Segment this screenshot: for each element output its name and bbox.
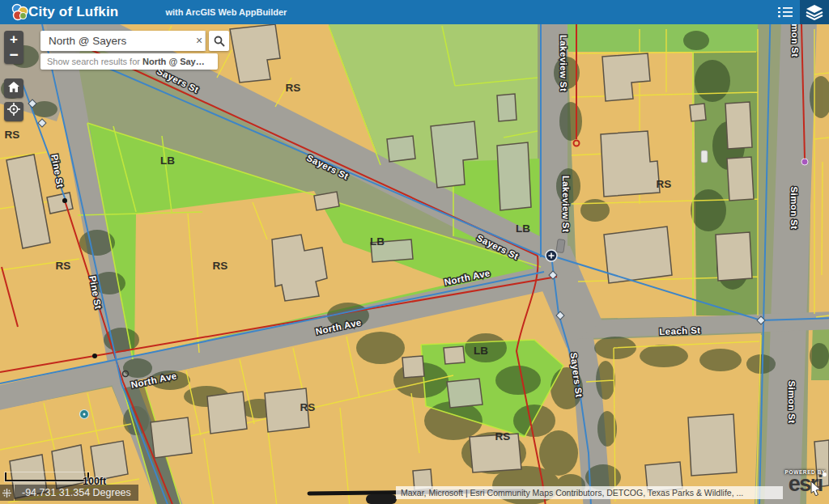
black-dot-marker: [62, 198, 67, 203]
suggestion-prefix: Show search results for: [47, 57, 142, 66]
mouse-cursor-icon: [810, 481, 822, 496]
city-logo-icon: [10, 3, 29, 21]
street-label: Simon St: [787, 380, 797, 423]
zoom-in-button[interactable]: +: [4, 31, 23, 48]
zone-label: LB: [516, 222, 530, 235]
clear-search-icon[interactable]: ×: [193, 31, 206, 51]
locate-button[interactable]: [4, 102, 23, 121]
zoom-out-button[interactable]: −: [4, 48, 23, 64]
home-button[interactable]: [4, 78, 23, 98]
attribution-text: Maxar, Microsoft | Esri Community Maps C…: [401, 488, 743, 498]
search-box: ×: [40, 31, 206, 51]
street-label: Simon St: [789, 186, 799, 229]
zone-label: RS: [495, 430, 511, 443]
zone-label: LB: [474, 345, 488, 357]
coordinate-widget: -94.731 31.354 Degrees: [0, 485, 138, 501]
street-label: Lakeview St: [561, 176, 571, 232]
scale-bar-line: [5, 472, 89, 481]
zone-label: LB: [160, 155, 175, 167]
valve-teal-marker: [80, 410, 89, 419]
car: [556, 239, 565, 253]
zone-label: RS: [213, 260, 228, 272]
zone-label: RS: [5, 129, 20, 141]
search-input[interactable]: [47, 32, 193, 50]
street-label: Leach St: [659, 325, 701, 337]
zone-label: RS: [300, 401, 316, 413]
layers-button[interactable]: [800, 0, 829, 24]
search-button[interactable]: [209, 31, 229, 51]
app-subtitle: with ArcGIS Web AppBuilder: [165, 7, 287, 17]
zone-label: LB: [370, 235, 385, 248]
black-dot-marker: [92, 354, 97, 358]
suggestion-query: North @ Say…: [142, 57, 205, 66]
legend-icon: [776, 5, 794, 19]
map-canvas[interactable]: Sayers StSayers StSayers StSayers StPine…: [0, 0, 829, 504]
app-header: City of Lufkin with ArcGIS Web AppBuilde…: [0, 0, 829, 24]
esri-logo-dot: [823, 472, 827, 476]
legend-button[interactable]: [771, 0, 800, 24]
zone-label: RS: [286, 82, 301, 94]
purple-dot-marker: [801, 159, 808, 165]
zone-label: RS: [56, 260, 71, 272]
valve-marker: [546, 250, 557, 261]
street-label: Lakeview St: [559, 35, 568, 91]
car: [701, 150, 708, 163]
zone-label: RS: [657, 178, 672, 190]
app-title: City of Lufkin: [28, 4, 118, 20]
locate-icon: [7, 103, 20, 116]
search-icon: [214, 36, 225, 47]
home-icon: [8, 82, 19, 92]
zoom-control: + −: [4, 31, 23, 64]
layers-icon: [806, 4, 823, 20]
map-attribution: Maxar, Microsoft | Esri Community Maps C…: [396, 486, 783, 499]
search-suggestion-item[interactable]: Show search results for North @ Say…: [40, 53, 218, 70]
crosshair-icon[interactable]: [0, 485, 14, 501]
coordinate-readout: -94.731 31.354 Degrees: [15, 485, 138, 501]
